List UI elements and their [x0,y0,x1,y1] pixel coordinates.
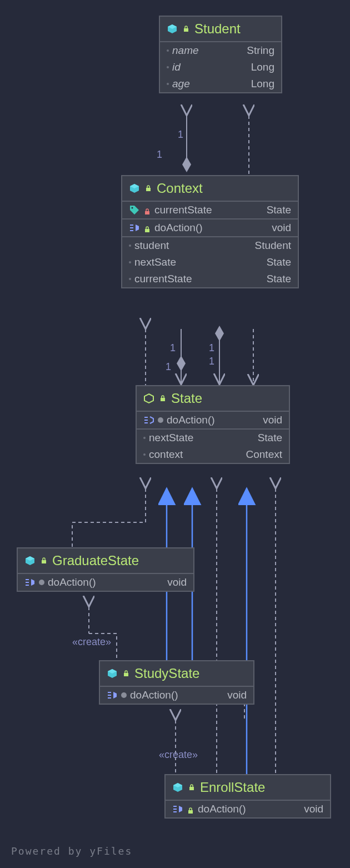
field-row: idLong [160,59,281,76]
class-name: Student [194,21,241,37]
fields-section: nextStateState contextContext [137,430,289,463]
methods-section: doAction()void [100,687,253,704]
svg-rect-15 [26,585,29,586]
class-icon [172,782,183,793]
class-header: EnrollState [166,775,330,801]
class-header: Student [160,17,281,42]
methods-section: doAction()void [166,801,330,817]
svg-point-2 [132,207,133,209]
svg-rect-13 [26,579,29,580]
class-name: State [171,391,202,406]
multiplicity-label: 1 [157,149,162,161]
multiplicity-label: 1 [209,342,214,354]
methods-section: doAction()void [122,220,298,237]
svg-rect-11 [144,422,148,423]
field-row: contextContext [137,446,289,463]
svg-rect-17 [108,692,111,693]
visibility-icon [39,580,44,585]
svg-rect-16 [124,673,128,676]
lock-icon [159,395,167,402]
multiplicity-label: 1 [209,356,214,367]
method-row: doAction()void [122,220,298,236]
field-row: nextStateState [137,430,289,446]
class-graduatestate[interactable]: GraduateState doAction()void [17,547,194,592]
method-icon [129,222,140,233]
method-icon [24,577,36,588]
method-icon [143,415,154,426]
svg-rect-1 [146,188,151,191]
field-row: currentStateState [122,271,298,287]
field-row: ageLong [160,76,281,92]
multiplicity-label: 1 [166,361,171,373]
lock-icon [182,25,190,33]
class-icon [24,555,36,566]
lock-icon [122,670,130,677]
visibility-icon [121,692,127,698]
lock-icon [40,557,48,565]
svg-rect-23 [173,811,177,812]
lock-icon [144,184,152,192]
visibility-icon [158,417,163,423]
svg-rect-24 [188,810,193,814]
svg-rect-18 [108,695,111,696]
diagram-canvas: 1 1 1 1 1 1 «create» «create» Student na… [0,0,350,868]
lock-icon [187,805,194,813]
footer-attribution: Powered by yFiles [11,845,132,857]
methods-section: doAction()void [137,412,289,430]
field-row: studentStudent [122,237,298,254]
svg-rect-19 [108,697,111,699]
methods-section: doAction()void [18,574,193,591]
lock-icon [188,784,196,791]
class-icon [143,393,154,404]
class-name: EnrollState [200,780,265,795]
class-icon [167,23,178,34]
class-name: Context [157,181,203,196]
properties-section: currentStateState [122,202,298,220]
svg-rect-5 [130,227,133,228]
svg-rect-22 [173,809,177,810]
class-header: State [137,386,289,412]
svg-rect-3 [145,211,149,214]
method-row: doAction()void [137,412,289,428]
class-icon [129,183,140,194]
class-context[interactable]: Context currentStateState doAction()void… [121,175,299,288]
class-header: GraduateState [18,548,193,574]
field-row: nameString [160,42,281,59]
svg-rect-9 [144,417,148,418]
svg-rect-6 [130,230,133,231]
svg-rect-8 [161,398,165,401]
lock-icon [143,224,151,232]
method-icon [107,690,118,701]
svg-rect-14 [26,582,29,583]
class-enrollstate[interactable]: EnrollState doAction()void [164,774,331,819]
class-studystate[interactable]: StudyState doAction()void [99,660,254,705]
method-row: doAction()void [18,574,193,591]
svg-rect-7 [145,229,149,232]
method-row: doAction()void [166,801,330,817]
multiplicity-label: 1 [170,342,176,354]
class-icon [107,668,118,679]
svg-rect-12 [42,560,46,563]
svg-rect-4 [130,225,133,226]
svg-rect-20 [189,787,194,790]
method-row: doAction()void [100,687,253,704]
class-state[interactable]: State doAction()void nextStateState cont… [136,385,290,464]
svg-rect-0 [184,28,188,32]
class-name: GraduateState [52,553,139,568]
lock-icon [143,206,151,214]
create-label: «create» [72,636,111,648]
tag-icon [129,204,140,216]
create-label: «create» [159,749,198,761]
fields-section: studentStudent nextSateState currentStat… [122,237,298,287]
class-student[interactable]: Student nameString idLong ageLong [159,16,282,93]
method-icon [172,804,183,815]
class-header: Context [122,176,298,202]
multiplicity-label: 1 [178,129,183,141]
svg-rect-21 [173,806,177,807]
class-header: StudyState [100,661,253,687]
fields-section: nameString idLong ageLong [160,42,281,92]
field-row: nextSateState [122,254,298,271]
class-name: StudyState [134,666,199,681]
property-row: currentStateState [122,202,298,218]
svg-rect-10 [144,420,148,421]
